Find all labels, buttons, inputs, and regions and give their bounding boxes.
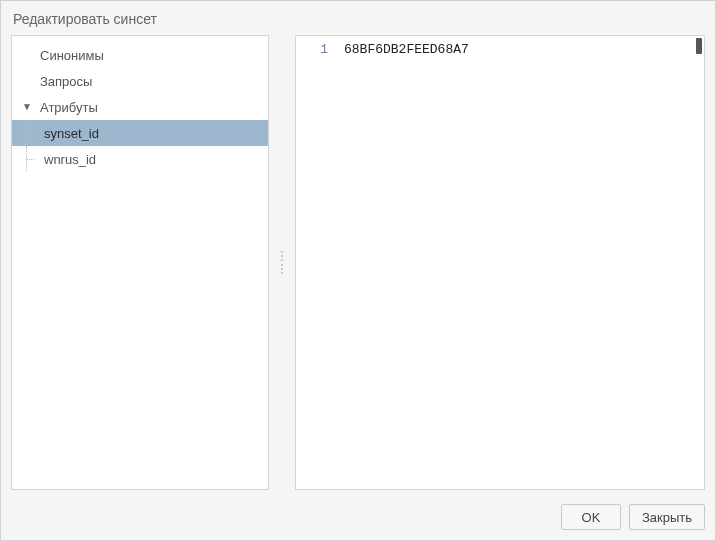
tree-item-label: Запросы — [34, 74, 92, 89]
ok-button[interactable]: OK — [561, 504, 621, 530]
splitter-handle[interactable] — [279, 35, 285, 490]
dialog-footer: OK Закрыть — [1, 498, 715, 540]
spacer-icon — [22, 50, 32, 60]
tree-item-label: wnrus_id — [38, 152, 96, 167]
tree-item-label: synset_id — [38, 126, 99, 141]
tree-item-label: Атрибуты — [34, 100, 98, 115]
tree-item-synset-id[interactable]: synset_id — [12, 120, 268, 146]
dialog-title: Редактировать синсет — [1, 1, 715, 35]
scrollbar-thumb[interactable] — [696, 38, 702, 54]
chevron-down-icon[interactable]: ▼ — [22, 102, 32, 112]
dialog-body: Синонимы Запросы ▼ Атрибуты synset_id wn… — [1, 35, 715, 498]
editor-panel: 1 68BF6DB2FEED68A7 — [295, 35, 705, 490]
tree-item-wnrus-id[interactable]: wnrus_id — [12, 146, 268, 172]
tree-panel: Синонимы Запросы ▼ Атрибуты synset_id wn… — [11, 35, 269, 490]
close-button[interactable]: Закрыть — [629, 504, 705, 530]
spacer-icon — [22, 76, 32, 86]
tree-item-queries[interactable]: Запросы — [12, 68, 268, 94]
tree-item-synonyms[interactable]: Синонимы — [12, 42, 268, 68]
grip-icon — [281, 251, 284, 275]
tree-item-label: Синонимы — [34, 48, 104, 63]
code-editor[interactable]: 68BF6DB2FEED68A7 — [338, 36, 704, 489]
line-number: 1 — [296, 42, 328, 57]
line-number-gutter: 1 — [296, 36, 338, 489]
tree-item-attributes[interactable]: ▼ Атрибуты — [12, 94, 268, 120]
edit-synset-dialog: Редактировать синсет Синонимы Запросы ▼ … — [0, 0, 716, 541]
